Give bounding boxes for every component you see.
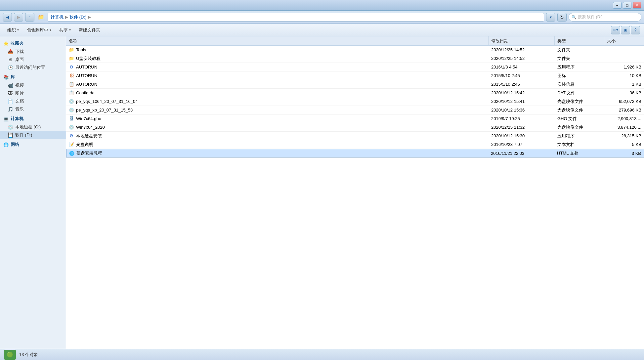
file-type-cell: DAT 文件 [555,90,604,96]
table-row[interactable]: 📝 光盘说明 2016/10/23 7:07 文本文档 5 KB [66,140,644,149]
col-header-modified[interactable]: 修改日期 [489,36,555,45]
file-name-cell: 📝 光盘说明 [66,142,489,148]
table-row[interactable]: 🗄 Win7x64.gho 2019/9/7 19:25 GHO 文件 2,90… [66,114,644,123]
breadcrumb-drive[interactable]: 软件 (D:) [69,14,86,20]
table-row[interactable]: ⚙ AUTORUN 2016/1/8 4:54 应用程序 1,926 KB [66,63,644,71]
favorites-star-icon: ⭐ [3,41,9,46]
music-icon: 🎵 [7,106,13,112]
breadcrumb-computer[interactable]: 计算机 [51,14,64,20]
file-name-cell: 💿 pe_yqs_xp_20_07_31_15_53 [66,108,489,113]
view-toggle-button[interactable]: ⊞▾ [611,26,620,34]
file-type-icon: 📝 [69,142,74,147]
back-icon: ◀ [6,15,9,20]
sidebar-item-pictures[interactable]: 🖼 图片 [0,89,66,97]
col-header-name[interactable]: 名称 [66,36,489,45]
file-type-cell: 光盘映像文件 [555,107,604,113]
file-modified-cell: 2020/12/25 11:32 [489,125,555,130]
title-bar: − □ ✕ [0,0,644,11]
organize-button[interactable]: 组织 ▾ [4,25,22,35]
help-button[interactable]: ? [631,26,640,34]
sidebar-item-documents-label: 文档 [15,98,24,104]
file-size: 3,874,126 ... [618,125,641,130]
file-size-cell: 279,696 KB [604,108,644,112]
preview-pane-button[interactable]: ▣ [621,26,630,34]
file-size-cell: 2,900,813 ... [604,116,644,121]
forward-button[interactable]: ▶ [14,13,23,22]
file-size-cell: 5 KB [604,142,644,147]
maximize-button[interactable]: □ [623,2,631,9]
include-library-button[interactable]: 包含到库中 ▾ [23,25,55,35]
download-icon: 📥 [7,49,13,55]
sidebar-item-recent-label: 最近访问的位置 [15,65,45,70]
file-size: 279,696 KB [619,108,641,112]
share-button[interactable]: 共享 ▾ [56,25,74,35]
drive-d-icon: 💾 [7,132,13,138]
file-name: 硬盘安装教程 [76,150,102,156]
forward-icon: ▶ [17,15,20,20]
file-type: 光盘映像文件 [557,107,583,113]
table-row[interactable]: 🌐 硬盘安装教程 2016/11/21 22:03 HTML 文档 3 KB [66,149,644,158]
back-button[interactable]: ◀ [3,13,12,22]
search-box[interactable]: 🔍 搜索 软件 (D:) [569,13,641,22]
col-header-type[interactable]: 类型 [555,36,604,45]
file-modified: 2016/11/21 22:03 [491,151,524,156]
table-row[interactable]: 📋 AUTORUN 2015/5/10 2:45 安装信息 1 KB [66,80,644,89]
breadcrumb-sep2: ▶ [88,15,91,20]
file-modified-cell: 2019/9/7 19:25 [489,116,555,121]
sidebar-item-drive-d-label: 软件 (D:) [15,132,32,138]
refresh-button[interactable]: ↻ [557,13,567,22]
sidebar-section-network: 🌐 网络 [0,140,66,149]
table-row[interactable]: 💿 pe_yqs_xp_20_07_31_15_53 2020/10/12 15… [66,106,644,114]
table-row[interactable]: 🖼 AUTORUN 2015/5/10 2:45 图标 10 KB [66,71,644,80]
file-type-cell: 文件夹 [555,56,604,62]
sidebar-item-recent[interactable]: 🕒 最近访问的位置 [0,64,66,71]
table-row[interactable]: 💿 Win7x64_2020 2020/12/25 11:32 光盘映像文件 3… [66,123,644,132]
desktop-icon: 🖥 [7,57,13,63]
file-name: Config.dat [76,90,96,95]
sidebar-item-drive-c[interactable]: 💿 本地磁盘 (C:) [0,123,66,131]
file-type-cell: HTML 文档 [554,150,604,156]
file-modified: 2016/10/23 7:07 [491,142,522,147]
file-type-icon: 💿 [69,108,74,113]
sidebar-header-library[interactable]: 📚 库 [0,73,66,81]
main-layout: ⭐ 收藏夹 📥 下载 🖥 桌面 🕒 最近访问的位置 📚 库 [0,36,644,349]
file-type: 文本文档 [557,142,575,148]
file-type-icon: ⚙ [69,65,74,70]
search-placeholder: 搜索 软件 (D:) [578,14,603,20]
status-bar: 🟢 13 个对象 [0,349,644,360]
file-type: GHO 文件 [557,116,577,122]
sidebar-item-desktop[interactable]: 🖥 桌面 [0,56,66,64]
dropdown-button[interactable]: ▾ [546,13,555,22]
sidebar-item-video[interactable]: 📹 视频 [0,81,66,89]
sidebar-item-documents[interactable]: 📄 文档 [0,97,66,105]
col-header-size[interactable]: 大小 [604,36,644,45]
sidebar-header-network[interactable]: 🌐 网络 [0,140,66,149]
table-row[interactable]: 💿 pe_yqs_1064_20_07_31_16_04 2020/10/12 … [66,97,644,106]
new-folder-button[interactable]: 新建文件夹 [75,25,104,35]
sidebar-header-favorites[interactable]: ⭐ 收藏夹 [0,39,66,48]
file-size: 3 KB [632,151,641,156]
file-size-cell: 652,072 KB [604,99,644,104]
file-size: 28,315 KB [621,133,641,138]
file-modified-cell: 2020/12/25 14:52 [489,47,555,52]
file-type: 光盘映像文件 [557,99,583,105]
sidebar-item-drive-d[interactable]: 💾 软件 (D:) [0,131,66,139]
close-button[interactable]: ✕ [633,2,641,9]
table-row[interactable]: ⚙ 本地硬盘安装 2020/10/12 15:30 应用程序 28,315 KB [66,132,644,140]
sidebar-item-music[interactable]: 🎵 音乐 [0,105,66,113]
file-name-cell: 💿 pe_yqs_1064_20_07_31_16_04 [66,99,489,104]
table-row[interactable]: 📋 Config.dat 2020/10/12 15:42 DAT 文件 36 … [66,89,644,97]
file-size-cell: 1,926 KB [604,65,644,69]
table-row[interactable]: 📁 Tools 2020/12/25 14:52 文件夹 [66,46,644,54]
up-button[interactable]: ↑ [25,13,34,22]
minimize-button[interactable]: − [613,2,622,9]
favorites-label: 收藏夹 [11,40,23,46]
sidebar-item-download[interactable]: 📥 下载 [0,48,66,56]
breadcrumb-bar[interactable]: 计算机 ▶ 软件 (D:) ▶ [48,13,544,22]
file-size-cell: 28,315 KB [604,133,644,138]
sidebar-header-computer[interactable]: 💻 计算机 [0,114,66,123]
file-size: 36 KB [630,90,641,95]
file-list-header: 名称 修改日期 类型 大小 [66,36,644,46]
table-row[interactable]: 📁 U盘安装教程 2020/12/25 14:52 文件夹 [66,54,644,63]
file-modified: 2020/10/12 15:41 [491,99,525,104]
